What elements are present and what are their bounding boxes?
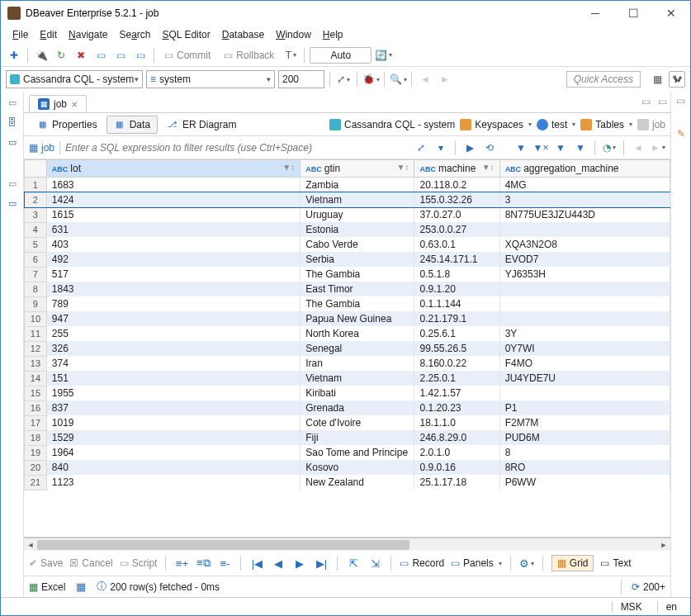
sql-editor-icon[interactable]: ▭ [92,47,109,64]
nav-back-icon[interactable]: ◄ [631,140,646,155]
cell-lot[interactable]: 1123 [46,475,300,490]
row-number[interactable]: 7 [25,267,47,282]
quick-access[interactable]: Quick Access [566,71,641,88]
cell-gtin[interactable]: Estonia [301,222,414,237]
menu-navigate[interactable]: Navigate [64,27,112,42]
prev-page-icon[interactable]: ◀ [271,556,286,571]
cell-machine[interactable]: 20.118.0.2 [414,178,499,193]
cell-machine[interactable]: 246.8.29.0 [414,430,499,445]
auto-commit-button[interactable]: Auto [310,47,372,64]
cell-gtin[interactable]: Vietnam [301,371,414,386]
cell-agg[interactable] [499,282,670,296]
table-row[interactable]: 171019Cote d'Ivoire18.1.1.0F2M7M [25,415,670,430]
table-row[interactable]: 10947Papua New Guinea0.21.179.1 [25,311,670,326]
cell-gtin[interactable]: The Gambia [301,296,414,311]
table-row[interactable]: 9789The Gambia0.1.1.144 [25,296,670,311]
table-row[interactable]: 4631Estonia253.0.0.27 [25,222,670,237]
cell-agg[interactable]: P6WW [499,475,670,490]
row-number[interactable]: 8 [25,282,47,296]
database-combo[interactable]: ≡system▾ [146,70,275,88]
cell-machine[interactable]: 0.21.179.1 [414,311,499,326]
table-row[interactable]: 16837Grenada0.1.20.23P1 [25,400,670,415]
row-number[interactable]: 13 [25,356,47,371]
cell-machine[interactable]: 0.1.1.144 [414,296,499,311]
cell-gtin[interactable]: Zambia [301,178,414,193]
cell-gtin[interactable]: New Zealand [301,475,414,490]
cell-lot[interactable]: 1843 [46,282,300,296]
menu-help[interactable]: Help [318,27,348,42]
txn-toggle-icon[interactable]: ⤢▾ [335,71,352,88]
perspective-1-icon[interactable]: ▦ [649,71,665,88]
bookmarks-icon[interactable]: ▭ [5,135,20,149]
grid-view-button[interactable]: ▦Grid [551,555,594,571]
cell-machine[interactable]: 0.5.1.8 [414,267,499,282]
row-number[interactable]: 19 [25,445,47,460]
cell-machine[interactable]: 99.55.26.5 [414,341,499,356]
row-number[interactable]: 1 [25,178,47,193]
max-icon[interactable]: ▭ [654,93,670,110]
table-row[interactable]: 5403Cabo Verde0.63.0.1XQA3N2O8 [25,237,670,252]
last-page-icon[interactable]: ▶| [314,556,329,571]
right-min-icon[interactable]: ▭ [676,95,685,107]
table-row[interactable]: 151955Kiribati1.42.1.57 [25,386,670,400]
minimize-button[interactable]: ─ [576,1,614,26]
history-dropdown-icon[interactable]: ▾ [433,140,448,155]
bc-connection[interactable]: Cassandra CQL - system [329,119,455,130]
row-number[interactable]: 5 [25,237,47,252]
record-mode-button[interactable]: ▭Record [400,557,444,569]
row-number[interactable]: 20 [25,460,47,475]
import-icon[interactable]: ⇲ [367,556,382,571]
commit-button[interactable]: ▭Commit [159,48,215,63]
cell-lot[interactable]: 374 [46,356,300,371]
cell-machine[interactable]: 0.63.0.1 [414,237,499,252]
subtab-properties[interactable]: ▦Properties [29,116,105,134]
col-aggregation-machine[interactable]: ABCaggregation_machine [499,160,670,178]
cell-lot[interactable]: 1529 [46,430,300,445]
delete-row-icon[interactable]: ≡- [217,556,232,571]
cell-lot[interactable]: 492 [46,252,300,267]
new-connection-icon[interactable]: ✚ [6,47,22,64]
cell-agg[interactable]: 8RO [499,460,670,475]
next-page-icon[interactable]: ▶ [292,556,307,571]
table-row[interactable]: 211123New Zealand25.1.17.18P6WW [25,475,670,490]
cell-lot[interactable]: 837 [46,400,300,415]
cell-agg[interactable]: 3 [499,192,670,207]
cell-gtin[interactable]: North Korea [301,326,414,341]
bc-keyspaces[interactable]: Keyspaces▾ [460,119,532,130]
cell-gtin[interactable]: Kosovo [301,460,414,475]
plug-icon[interactable]: 🔌 [33,47,50,64]
script-button[interactable]: ▭Script [120,557,158,569]
cell-lot[interactable]: 326 [46,341,300,356]
min-icon[interactable]: ▭ [637,93,654,110]
tab-job[interactable]: ▦ job ✕ [29,95,87,112]
cell-agg[interactable]: 8 [499,445,670,460]
cell-machine[interactable]: 37.0.27.0 [414,207,499,222]
menu-file[interactable]: File [7,27,33,42]
menu-window[interactable]: Window [271,27,316,42]
cell-lot[interactable]: 1019 [46,415,300,430]
nav-fwd-icon[interactable]: ►▾ [651,140,665,155]
menu-edit[interactable]: Edit [35,27,62,42]
cell-agg[interactable]: EVOD7 [499,252,670,267]
cell-gtin[interactable]: Cabo Verde [301,237,414,252]
col-gtin[interactable]: ABCgtin▼↕ [301,160,414,178]
row-number[interactable]: 2 [25,192,47,207]
back-icon[interactable]: ◄ [417,71,433,88]
table-row[interactable]: 20840Kosovo0.9.0.168RO [25,460,670,475]
cell-machine[interactable]: 2.0.1.0 [414,445,499,460]
text-view-button[interactable]: ▭Text [600,557,631,569]
table-row[interactable]: 81843East Timor0.9.1.20 [25,282,670,296]
cell-gtin[interactable]: Fiji [301,430,414,445]
row-number[interactable]: 17 [25,415,47,430]
menu-sql[interactable]: SQL Editor [157,27,215,42]
menu-search[interactable]: Search [114,27,155,42]
table-row[interactable]: 7517The Gambia0.5.1.8YJ6353H [25,267,670,282]
table-row[interactable]: 11683Zambia20.118.0.24MG [25,178,670,193]
cell-agg[interactable]: F2M7M [499,415,670,430]
filter-settings-icon[interactable]: ▼ [553,140,568,155]
cancel-button[interactable]: ☒Cancel [69,557,112,569]
navigator-icon[interactable]: 🗄 [5,115,20,130]
table-row[interactable]: 11255North Korea0.25.6.13Y [25,326,670,341]
bc-job[interactable]: job [637,119,665,130]
cell-agg[interactable] [499,311,670,326]
